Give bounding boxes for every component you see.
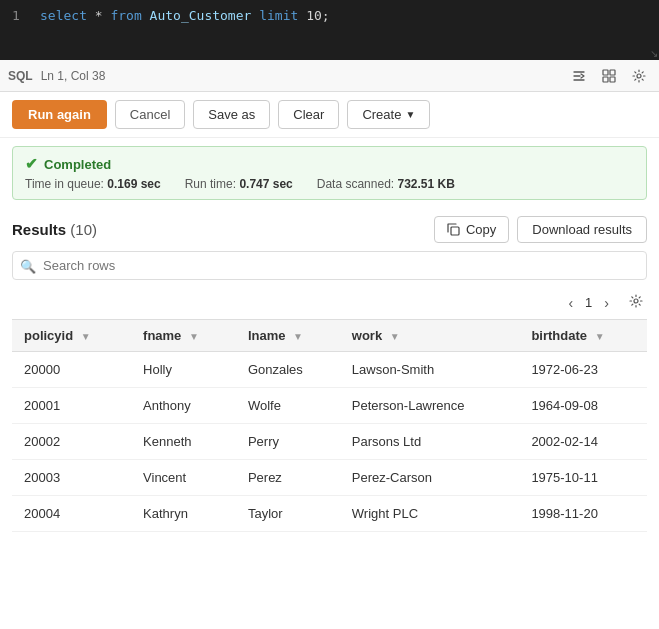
- sql-editor[interactable]: 1 select * from Auto_Customer limit 10; …: [0, 0, 659, 60]
- cancel-button[interactable]: Cancel: [115, 100, 185, 129]
- check-icon: ✔: [25, 155, 38, 173]
- sort-icon-lname: ▼: [293, 331, 303, 342]
- col-header-lname[interactable]: lname ▼: [236, 320, 340, 352]
- save-as-button[interactable]: Save as: [193, 100, 270, 129]
- resize-handle[interactable]: ↘: [647, 48, 659, 60]
- cell-birthdate: 1972-06-23: [519, 352, 647, 388]
- sort-icon-birthdate: ▼: [595, 331, 605, 342]
- cursor-position: Ln 1, Col 38: [41, 69, 106, 83]
- results-header: Results (10) Copy Download results: [0, 208, 659, 251]
- line-number: 1: [12, 8, 28, 23]
- search-icon: 🔍: [20, 258, 36, 273]
- svg-point-4: [637, 74, 641, 78]
- sql-plain-4: 10;: [306, 8, 329, 23]
- results-table-wrapper: policyid ▼ fname ▼ lname ▼ work ▼ birthd…: [12, 319, 647, 532]
- cell-birthdate: 1998-11-20: [519, 496, 647, 532]
- svg-rect-0: [603, 70, 608, 75]
- sort-icon-work: ▼: [390, 331, 400, 342]
- svg-rect-1: [610, 70, 615, 75]
- pagination: ‹ 1 ›: [0, 288, 659, 319]
- cell-policyid: 20004: [12, 496, 131, 532]
- data-scanned: Data scanned: 732.51 KB: [317, 177, 455, 191]
- table-row: 20004KathrynTaylorWright PLC1998-11-20: [12, 496, 647, 532]
- cell-lname: Perry: [236, 424, 340, 460]
- results-table: policyid ▼ fname ▼ lname ▼ work ▼ birthd…: [12, 319, 647, 532]
- results-title: Results (10): [12, 221, 97, 238]
- table-row: 20001AnthonyWolfePeterson-Lawrence1964-0…: [12, 388, 647, 424]
- cell-lname: Wolfe: [236, 388, 340, 424]
- sql-label: SQL: [8, 69, 33, 83]
- cell-policyid: 20000: [12, 352, 131, 388]
- status-details: Time in queue: 0.169 sec Run time: 0.747…: [25, 177, 634, 191]
- col-header-work[interactable]: work ▼: [340, 320, 520, 352]
- create-label: Create: [362, 107, 401, 122]
- grid-btn[interactable]: [597, 66, 621, 86]
- table-settings-button[interactable]: [625, 292, 647, 313]
- search-input[interactable]: [12, 251, 647, 280]
- cell-fname: Holly: [131, 352, 236, 388]
- copy-icon: [447, 223, 460, 236]
- col-header-fname[interactable]: fname ▼: [131, 320, 236, 352]
- cell-work: Perez-Carson: [340, 460, 520, 496]
- page-number: 1: [585, 295, 592, 310]
- chevron-down-icon: ▼: [405, 109, 415, 120]
- cell-work: Parsons Ltd: [340, 424, 520, 460]
- sort-icon-fname: ▼: [189, 331, 199, 342]
- indent-btn[interactable]: [567, 66, 591, 86]
- sql-keyword-from: from: [110, 8, 141, 23]
- cell-policyid: 20002: [12, 424, 131, 460]
- action-toolbar: Run again Cancel Save as Clear Create ▼: [0, 92, 659, 138]
- cell-lname: Gonzales: [236, 352, 340, 388]
- cell-work: Wright PLC: [340, 496, 520, 532]
- prev-page-button[interactable]: ‹: [562, 293, 579, 313]
- completed-label: Completed: [44, 157, 111, 172]
- col-header-birthdate[interactable]: birthdate ▼: [519, 320, 647, 352]
- cell-fname: Vincent: [131, 460, 236, 496]
- sort-icon-policyid: ▼: [81, 331, 91, 342]
- settings-gear-btn[interactable]: [627, 66, 651, 86]
- svg-rect-2: [603, 77, 608, 82]
- cell-fname: Kenneth: [131, 424, 236, 460]
- search-bar: 🔍: [12, 251, 647, 280]
- table-body: 20000HollyGonzalesLawson-Smith1972-06-23…: [12, 352, 647, 532]
- cell-work: Peterson-Lawrence: [340, 388, 520, 424]
- download-results-button[interactable]: Download results: [517, 216, 647, 243]
- time-in-queue: Time in queue: 0.169 sec: [25, 177, 161, 191]
- svg-point-6: [634, 299, 638, 303]
- cell-lname: Taylor: [236, 496, 340, 532]
- table-header: policyid ▼ fname ▼ lname ▼ work ▼ birthd…: [12, 320, 647, 352]
- table-row: 20002KennethPerryParsons Ltd2002-02-14: [12, 424, 647, 460]
- sql-table-name: Auto_Customer: [150, 8, 252, 23]
- col-header-policyid[interactable]: policyid ▼: [12, 320, 131, 352]
- table-row: 20003VincentPerezPerez-Carson1975-10-11: [12, 460, 647, 496]
- run-again-button[interactable]: Run again: [12, 100, 107, 129]
- clear-button[interactable]: Clear: [278, 100, 339, 129]
- cell-lname: Perez: [236, 460, 340, 496]
- sql-code: select * from Auto_Customer limit 10;: [40, 8, 330, 23]
- cell-fname: Anthony: [131, 388, 236, 424]
- run-time: Run time: 0.747 sec: [185, 177, 293, 191]
- table-row: 20000HollyGonzalesLawson-Smith1972-06-23: [12, 352, 647, 388]
- svg-rect-5: [451, 227, 459, 235]
- cell-birthdate: 1964-09-08: [519, 388, 647, 424]
- sql-plain: *: [95, 8, 111, 23]
- next-page-button[interactable]: ›: [598, 293, 615, 313]
- cell-fname: Kathryn: [131, 496, 236, 532]
- editor-toolbar: SQL Ln 1, Col 38: [0, 60, 659, 92]
- cell-birthdate: 1975-10-11: [519, 460, 647, 496]
- cell-policyid: 20003: [12, 460, 131, 496]
- cell-birthdate: 2002-02-14: [519, 424, 647, 460]
- copy-button[interactable]: Copy: [434, 216, 509, 243]
- status-bar: ✔ Completed Time in queue: 0.169 sec Run…: [12, 146, 647, 200]
- svg-rect-3: [610, 77, 615, 82]
- sql-keyword-limit: limit: [259, 8, 298, 23]
- create-button[interactable]: Create ▼: [347, 100, 430, 129]
- cell-work: Lawson-Smith: [340, 352, 520, 388]
- results-count: (10): [70, 221, 97, 238]
- sql-keyword-select: select: [40, 8, 87, 23]
- cell-policyid: 20001: [12, 388, 131, 424]
